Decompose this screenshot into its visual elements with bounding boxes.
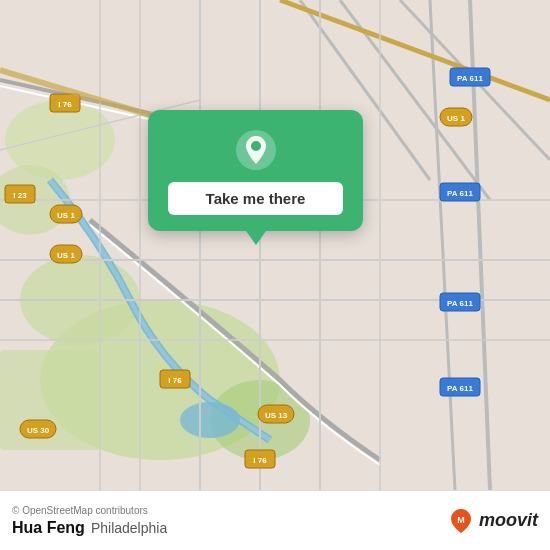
take-me-there-button[interactable]: Take me there bbox=[168, 182, 343, 215]
location-pin-icon bbox=[234, 128, 278, 172]
popup-card: Take me there bbox=[148, 110, 363, 231]
moovit-icon: M bbox=[447, 507, 475, 535]
svg-text:US 13: US 13 bbox=[265, 411, 288, 420]
map-svg: I 76 US 1 US 1 I 23 I 76 I 76 US 30 US 1… bbox=[0, 0, 550, 490]
map-container: I 76 US 1 US 1 I 23 I 76 I 76 US 30 US 1… bbox=[0, 0, 550, 490]
moovit-text: moovit bbox=[479, 510, 538, 531]
svg-text:PA 611: PA 611 bbox=[447, 189, 473, 198]
svg-text:PA 611: PA 611 bbox=[447, 384, 473, 393]
svg-text:M: M bbox=[457, 515, 465, 525]
svg-point-9 bbox=[180, 402, 240, 438]
moovit-logo: M moovit bbox=[447, 507, 538, 535]
svg-text:PA 611: PA 611 bbox=[457, 74, 483, 83]
svg-text:US 30: US 30 bbox=[27, 426, 50, 435]
svg-text:I 76: I 76 bbox=[168, 376, 182, 385]
svg-text:I 76: I 76 bbox=[58, 100, 72, 109]
svg-text:US 1: US 1 bbox=[447, 114, 465, 123]
svg-text:I 76: I 76 bbox=[253, 456, 267, 465]
place-name: Hua Feng bbox=[12, 519, 85, 537]
svg-text:US 1: US 1 bbox=[57, 251, 75, 260]
bottom-bar: © OpenStreetMap contributors Hua Feng Ph… bbox=[0, 490, 550, 550]
svg-text:PA 611: PA 611 bbox=[447, 299, 473, 308]
svg-point-55 bbox=[251, 141, 261, 151]
place-city: Philadelphia bbox=[91, 520, 167, 536]
svg-text:US 1: US 1 bbox=[57, 211, 75, 220]
svg-text:I 23: I 23 bbox=[13, 191, 27, 200]
